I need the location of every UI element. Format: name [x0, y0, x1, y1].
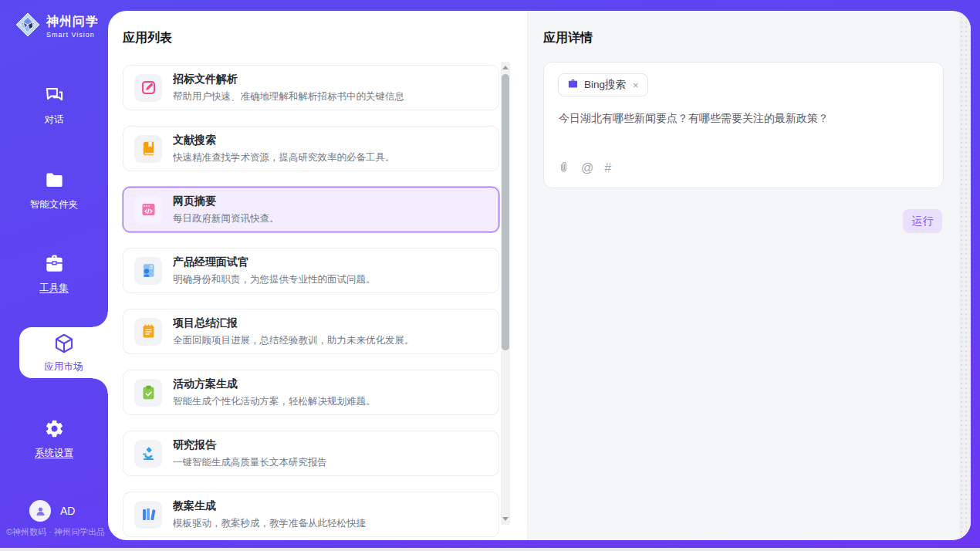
- app-name: 项目总结汇报: [173, 316, 414, 330]
- sidebar-item-label: 工具集: [0, 282, 108, 295]
- app-detail-panel: 应用详情 Bing搜索 × 今日湖北有哪些新闻要点？有哪些需要关注的最新政策？: [527, 11, 971, 540]
- app-card-project-summary[interactable]: 项目总结汇报 全面回顾项目进展，总结经验教训，助力未来优化发展。: [123, 309, 499, 354]
- tool-tag-bing-search[interactable]: Bing搜索 ×: [558, 73, 648, 96]
- detail-panel-scroll-gutter[interactable]: [959, 11, 971, 540]
- cube-icon: [52, 344, 76, 357]
- microscope-icon: [134, 440, 162, 468]
- sidebar-item-smart-folder[interactable]: 智能文件夹: [0, 170, 108, 211]
- app-card-activity-plan[interactable]: 活动方案生成 智能生成个性化活动方案，轻松解决规划难题。: [123, 370, 499, 415]
- input-toolbar: @ #: [557, 161, 611, 176]
- copyright-text: ©神州数码 · 神州问学出品: [6, 526, 105, 538]
- briefcase-icon: [567, 78, 579, 93]
- app-detail-title: 应用详情: [543, 30, 593, 46]
- mention-icon[interactable]: @: [581, 162, 593, 174]
- app-description: 智能生成个性化活动方案，轻松解决规划难题。: [173, 395, 376, 408]
- clipboard-check-icon: [134, 379, 162, 407]
- toolbox-icon: [44, 263, 65, 276]
- user-name: AD: [60, 505, 75, 517]
- app-list-panel: 应用列表 招标文件解析 帮助用户快速、准确地理解和解析招标书中的关键信息: [108, 11, 527, 540]
- app-description: 模板驱动，教案秒成，教学准备从此轻松快捷: [173, 517, 366, 530]
- prompt-input-card[interactable]: Bing搜索 × 今日湖北有哪些新闻要点？有哪些需要关注的最新政策？ @ #: [543, 62, 944, 188]
- notepad-icon: [134, 318, 162, 346]
- main-content: 应用列表 招标文件解析 帮助用户快速、准确地理解和解析招标书中的关键信息: [108, 11, 971, 540]
- app-name: 招标文件解析: [173, 73, 404, 86]
- question-text[interactable]: 今日湖北有哪些新闻要点？有哪些需要关注的最新政策？: [559, 112, 921, 126]
- app-name: 文献搜索: [173, 134, 395, 147]
- avatar: [29, 500, 51, 522]
- sidebar-item-label: 系统设置: [0, 447, 108, 460]
- app-description: 全面回顾项目进展，总结经验教训，助力未来优化发展。: [173, 334, 414, 347]
- tag-close-icon[interactable]: ×: [633, 79, 639, 91]
- browser-code-icon: [134, 196, 162, 224]
- sidebar-item-toolset[interactable]: 工具集: [0, 253, 108, 295]
- app-name: 教案生成: [173, 499, 366, 513]
- scrollbar-thumb[interactable]: [502, 74, 509, 350]
- app-description: 明确身份和职责，为您提供专业性的面试问题。: [173, 273, 376, 286]
- scroll-up-arrow-icon[interactable]: [502, 66, 509, 69]
- tool-tag-label: Bing搜索: [584, 78, 626, 92]
- app-list-title: 应用列表: [123, 30, 172, 46]
- edit-square-icon: [134, 74, 162, 102]
- book-icon: [134, 135, 162, 163]
- user-account[interactable]: AD: [29, 500, 75, 522]
- app-description: 每日政府新闻资讯快查。: [173, 212, 279, 225]
- sidebar-item-chat[interactable]: 对话: [0, 85, 108, 127]
- app-card-web-summary[interactable]: 网页摘要 每日政府新闻资讯快查。: [123, 187, 499, 232]
- sidebar-item-label: 对话: [0, 113, 108, 127]
- sidebar-item-label: 应用市场: [19, 360, 108, 374]
- app-card-research-report[interactable]: 研究报告 一键智能生成高质量长文本研究报告: [123, 431, 499, 476]
- brand-name: 神州问学: [46, 14, 99, 30]
- sidebar-item-app-market[interactable]: 应用市场: [19, 327, 108, 378]
- app-name: 网页摘要: [173, 194, 279, 208]
- brand-logo: 神州问学 Smart Vision: [14, 11, 99, 42]
- app-list: 招标文件解析 帮助用户快速、准确地理解和解析招标书中的关键信息 文献搜索 快速精…: [123, 65, 499, 540]
- sidebar: 神州问学 Smart Vision 对话 智能文件夹 工具集: [0, 0, 108, 548]
- app-card-literature-search[interactable]: 文献搜索 快速精准查找学术资源，提高研究效率的必备工具。: [123, 126, 499, 171]
- app-name: 活动方案生成: [173, 377, 376, 391]
- app-card-pm-interviewer[interactable]: 产品经理面试官 明确身份和职责，为您提供专业性的面试问题。: [123, 248, 499, 293]
- sidebar-item-settings[interactable]: 系统设置: [0, 418, 108, 460]
- paperclip-icon[interactable]: [557, 161, 570, 176]
- app-card-bid-parsing[interactable]: 招标文件解析 帮助用户快速、准确地理解和解析招标书中的关键信息: [123, 65, 499, 110]
- folder-icon: [44, 180, 65, 193]
- scroll-down-arrow-icon[interactable]: [502, 517, 509, 521]
- app-description: 一键智能生成高质量长文本研究报告: [173, 456, 327, 469]
- brand-subtitle: Smart Vision: [46, 31, 99, 39]
- hash-icon[interactable]: #: [604, 162, 611, 174]
- person-document-icon: [134, 257, 162, 285]
- run-button[interactable]: 运行: [903, 209, 942, 233]
- diamond-logo-icon: [14, 11, 42, 42]
- gear-icon: [44, 428, 65, 441]
- app-name: 产品经理面试官: [173, 255, 376, 269]
- app-card-lesson-plan[interactable]: 教案生成 模板驱动，教案秒成，教学准备从此轻松快捷: [123, 492, 499, 537]
- app-description: 快速精准查找学术资源，提高研究效率的必备工具。: [173, 151, 395, 164]
- chat-icon: [44, 95, 65, 108]
- books-icon: [134, 501, 162, 529]
- app-name: 研究报告: [173, 438, 327, 452]
- sidebar-item-label: 智能文件夹: [0, 198, 108, 211]
- app-list-scrollbar[interactable]: [501, 62, 510, 525]
- app-description: 帮助用户快速、准确地理解和解析招标书中的关键信息: [173, 90, 404, 103]
